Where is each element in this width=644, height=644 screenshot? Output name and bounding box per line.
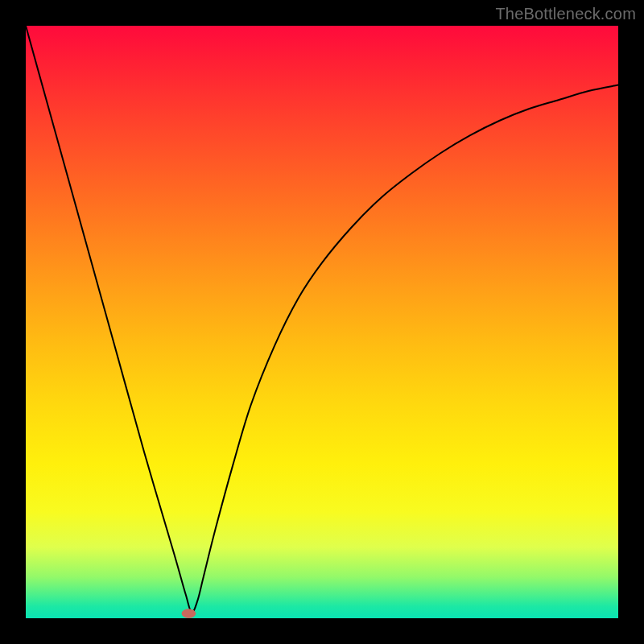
bottleneck-curve bbox=[26, 26, 618, 613]
plot-area bbox=[26, 26, 618, 618]
watermark-text: TheBottleneck.com bbox=[495, 5, 636, 23]
curve-svg bbox=[26, 26, 618, 618]
curve-marker bbox=[182, 609, 196, 618]
chart-frame: TheBottleneck.com bbox=[0, 0, 644, 644]
